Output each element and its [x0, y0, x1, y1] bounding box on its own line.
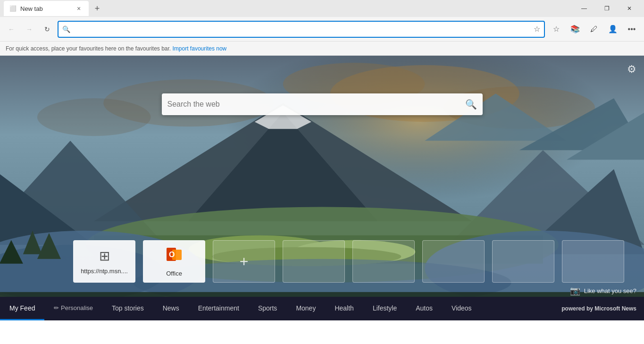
nav-item-entertainment[interactable]: Entertainment	[189, 297, 249, 320]
favorites-bar-text: For quick access, place your favourites …	[6, 45, 171, 52]
quick-link-empty-3	[422, 240, 485, 283]
bottom-nav: My Feed ✏ Personalise Top stories News E…	[0, 297, 644, 320]
nav-item-autos[interactable]: Autos	[406, 297, 442, 320]
quick-link-empty-1	[283, 240, 345, 283]
nav-item-sports[interactable]: Sports	[249, 297, 286, 320]
close-button[interactable]: ✕	[619, 0, 640, 17]
window-controls: — ❐ ✕	[573, 0, 640, 17]
hub-button[interactable]: 📚	[567, 21, 584, 38]
forward-button[interactable]: →	[22, 22, 37, 37]
svg-text:O: O	[169, 251, 175, 259]
like-bar[interactable]: 📷 Like what you see?	[570, 285, 636, 296]
office-icon: O	[166, 246, 183, 266]
nav-item-news[interactable]: News	[153, 297, 189, 320]
nav-right-icons: ☆ 📚 🖊 👤 •••	[548, 21, 640, 38]
tab-close-button[interactable]: ×	[75, 4, 83, 13]
quick-links: ⊞ https://ntp.msn.... O Office +	[73, 240, 624, 283]
web-search-input[interactable]	[167, 100, 461, 109]
quick-link-msn[interactable]: ⊞ https://ntp.msn....	[73, 240, 135, 283]
navigation-bar: ← → ↻ 🔍 ☆ ☆ 📚 🖊 👤 •••	[0, 17, 644, 42]
powered-by-brand: Microsoft News	[594, 305, 636, 312]
tab-label: New tab	[20, 5, 71, 12]
nav-item-money[interactable]: Money	[286, 297, 325, 320]
nav-item-lifestyle[interactable]: Lifestyle	[363, 297, 406, 320]
main-content: ⚙ 🔍 ⊞ https://ntp.msn.... O Office	[0, 56, 644, 320]
tab-area: ⬜ New tab × +	[4, 0, 104, 17]
refresh-button[interactable]: ↻	[40, 22, 55, 37]
new-tab-button[interactable]: +	[91, 2, 104, 15]
notes-button[interactable]: 🖊	[585, 21, 602, 38]
add-icon: +	[240, 253, 249, 270]
nav-item-my-feed[interactable]: My Feed	[0, 297, 44, 320]
back-button[interactable]: ←	[4, 22, 19, 37]
title-bar: ⬜ New tab × + — ❐ ✕	[0, 0, 644, 17]
quick-link-office-label: Office	[166, 270, 182, 277]
powered-by-text: powered by	[561, 305, 593, 312]
msn-icon: ⊞	[99, 248, 110, 264]
minimize-button[interactable]: —	[573, 0, 595, 17]
quick-link-office[interactable]: O Office	[143, 240, 205, 283]
bottom-nav-items: My Feed ✏ Personalise Top stories News E…	[0, 297, 481, 320]
share-button[interactable]: 👤	[604, 21, 621, 38]
quick-link-add[interactable]: +	[213, 240, 275, 283]
powered-by: powered by Microsoft News	[561, 305, 644, 312]
nav-item-top-stories[interactable]: Top stories	[102, 297, 153, 320]
import-favorites-link[interactable]: Import favourites now	[173, 45, 227, 52]
search-bar[interactable]: 🔍	[162, 93, 483, 115]
quick-link-empty-4	[492, 240, 554, 283]
settings-gear-icon[interactable]: ⚙	[627, 63, 636, 76]
like-text: Like what you see?	[584, 287, 636, 294]
nav-item-videos[interactable]: Videos	[442, 297, 481, 320]
camera-icon: 📷	[570, 285, 580, 296]
address-search-icon: 🔍	[62, 25, 70, 33]
active-tab[interactable]: ⬜ New tab ×	[4, 1, 89, 16]
quick-link-empty-5	[562, 240, 624, 283]
web-search-icon[interactable]: 🔍	[465, 99, 477, 110]
quick-link-msn-label: https://ntp.msn....	[81, 268, 128, 275]
address-bar[interactable]: 🔍 ☆	[58, 21, 545, 38]
tab-icon: ⬜	[9, 5, 17, 12]
svg-point-5	[37, 98, 151, 136]
more-button[interactable]: •••	[623, 21, 640, 38]
search-bar-container: 🔍	[162, 93, 483, 115]
favorites-bar: For quick access, place your favourites …	[0, 42, 644, 56]
favorite-star-icon[interactable]: ☆	[534, 25, 540, 34]
nav-item-health[interactable]: Health	[325, 297, 363, 320]
maximize-button[interactable]: ❐	[596, 0, 618, 17]
nav-item-personalise[interactable]: ✏ Personalise	[44, 297, 102, 320]
favorites-button[interactable]: ☆	[548, 21, 565, 38]
address-input[interactable]	[73, 25, 531, 33]
quick-link-empty-2	[352, 240, 415, 283]
